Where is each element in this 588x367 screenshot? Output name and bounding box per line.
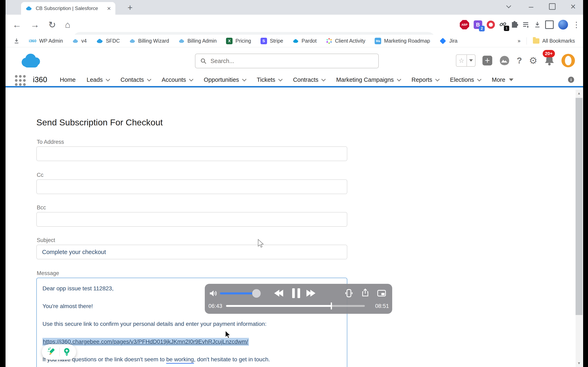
favorites-control[interactable]: ☆ bbox=[456, 54, 476, 67]
bookmark-jira[interactable]: Jira bbox=[439, 38, 457, 44]
restore-icon bbox=[549, 3, 555, 10]
all-bookmarks-button[interactable]: All Bookmarks bbox=[533, 38, 575, 44]
nav-tab-leads[interactable]: Leads bbox=[86, 76, 109, 83]
lightbulb-icon[interactable] bbox=[63, 347, 71, 357]
to-address-label: To Address bbox=[37, 139, 64, 145]
total-duration: 08:51 bbox=[375, 303, 389, 309]
picture-in-picture-icon[interactable] bbox=[377, 290, 386, 296]
bitwarden-extension-icon[interactable]: B2 bbox=[474, 20, 482, 29]
nav-tab-home[interactable]: Home bbox=[60, 76, 76, 83]
bookmark-stripe[interactable]: SStripe bbox=[260, 38, 283, 44]
side-panel-icon[interactable] bbox=[545, 20, 554, 29]
checkout-link[interactable]: https://i360.chargebee.com/pages/v3/PFHd… bbox=[43, 338, 249, 346]
grammar-suggestion-text[interactable]: be working bbox=[166, 356, 194, 364]
restore-button[interactable] bbox=[545, 0, 560, 13]
cloud-icon bbox=[178, 39, 185, 43]
vertical-scrollbar[interactable]: ▲ ▼ bbox=[576, 90, 582, 367]
link-extension-icon[interactable]: 1 bbox=[499, 21, 506, 29]
rewind-button[interactable] bbox=[274, 290, 283, 297]
tab-close-icon[interactable]: × bbox=[107, 5, 111, 12]
downloads-bookmark-icon[interactable] bbox=[14, 38, 19, 44]
cc-input[interactable] bbox=[36, 179, 347, 194]
playhead[interactable] bbox=[331, 302, 332, 309]
nav-tab-contracts[interactable]: Contracts bbox=[293, 76, 325, 83]
bookmarks-overflow-button[interactable]: » bbox=[518, 38, 520, 44]
message-line: Use this secure link to confirm your per… bbox=[43, 320, 341, 328]
pause-button[interactable] bbox=[292, 288, 300, 298]
salesforce-cloud-icon bbox=[96, 39, 103, 43]
home-button[interactable]: ⌂ bbox=[65, 20, 70, 30]
help-icon[interactable]: ? bbox=[517, 56, 522, 66]
global-search[interactable] bbox=[195, 54, 379, 68]
new-tab-button[interactable]: + bbox=[125, 3, 135, 13]
search-input[interactable] bbox=[210, 58, 373, 65]
bcc-input[interactable] bbox=[36, 212, 347, 227]
fast-forward-button[interactable] bbox=[306, 290, 315, 297]
blocker-extension-icon[interactable] bbox=[487, 21, 495, 29]
reload-button[interactable]: ↻ bbox=[48, 20, 56, 30]
trailhead-icon[interactable] bbox=[499, 55, 510, 66]
scroll-down-arrow[interactable]: ▼ bbox=[576, 360, 582, 367]
volume-knob[interactable] bbox=[252, 289, 261, 298]
tab-search-icon[interactable] bbox=[501, 0, 516, 13]
quick-create-button[interactable]: + bbox=[483, 56, 492, 66]
volume-slider[interactable] bbox=[220, 292, 257, 294]
subject-input[interactable] bbox=[36, 245, 347, 259]
nav-tab-contacts[interactable]: Contacts bbox=[121, 76, 150, 83]
notifications-button[interactable]: 20+ bbox=[544, 55, 554, 66]
favorite-star-icon[interactable]: ☆ bbox=[456, 55, 467, 66]
scrollbar-thumb[interactable] bbox=[576, 98, 582, 315]
app-launcher-icon[interactable] bbox=[15, 75, 25, 85]
nav-tab-elections[interactable]: Elections bbox=[450, 76, 481, 83]
nav-tab-reports[interactable]: Reports bbox=[412, 76, 439, 83]
nav-tab-opportunities[interactable]: Opportunities bbox=[204, 76, 246, 83]
pardot-cloud-icon bbox=[293, 39, 299, 43]
setup-gear-icon[interactable]: ⚙ bbox=[529, 55, 537, 66]
bookmark-pardot[interactable]: Pardot bbox=[293, 38, 317, 44]
nav-tab-tickets[interactable]: Tickets bbox=[257, 76, 282, 83]
browser-tab[interactable]: CB Subscription | Salesforce × bbox=[21, 2, 115, 15]
salesforce-favicon-icon bbox=[26, 6, 32, 11]
bookmark-sfdc[interactable]: SFDC bbox=[96, 38, 120, 44]
info-icon[interactable]: i bbox=[568, 77, 574, 83]
stripe-icon: S bbox=[260, 38, 267, 44]
profile-avatar[interactable] bbox=[558, 20, 568, 30]
bookmark-client-activity[interactable]: Client Activity bbox=[326, 38, 365, 44]
minimize-button[interactable]: – bbox=[524, 0, 538, 13]
seek-bar[interactable] bbox=[226, 305, 365, 307]
video-player-controls[interactable]: 06:43 08:51 bbox=[205, 284, 392, 314]
bcc-label: Bcc bbox=[37, 205, 46, 211]
bookmark-billing-wizard[interactable]: Billing Wizard bbox=[129, 38, 169, 44]
bookmark-v4[interactable]: v4 bbox=[72, 38, 86, 44]
forward-button[interactable]: → bbox=[30, 20, 39, 30]
app-name[interactable]: i360 bbox=[33, 75, 47, 84]
edit-pencil-icon[interactable] bbox=[47, 347, 57, 357]
nav-tab-accounts[interactable]: Accounts bbox=[162, 76, 193, 83]
download-icon[interactable] bbox=[534, 21, 541, 28]
cloud-icon bbox=[129, 39, 135, 43]
chevron-down-icon bbox=[397, 77, 401, 81]
volume-icon[interactable] bbox=[209, 290, 218, 297]
subject-label: Subject bbox=[37, 237, 55, 243]
nav-tab-more[interactable]: More bbox=[492, 76, 513, 83]
nav-tab-marketing-campaigns[interactable]: Marketing Campaigns bbox=[336, 76, 400, 83]
rotate-fit-icon[interactable] bbox=[345, 289, 353, 298]
salesforce-logo bbox=[19, 53, 42, 68]
bookmark-pricing[interactable]: XPricing bbox=[226, 38, 251, 44]
user-avatar[interactable] bbox=[562, 54, 575, 67]
browser-menu-icon[interactable]: ⋮ bbox=[572, 20, 580, 29]
to-address-input[interactable] bbox=[36, 146, 347, 161]
scroll-up-arrow[interactable]: ▲ bbox=[576, 90, 582, 97]
favorites-dropdown[interactable] bbox=[467, 55, 475, 66]
close-window-button[interactable]: × bbox=[566, 0, 580, 13]
share-icon[interactable] bbox=[362, 288, 369, 297]
adblock-extension-icon[interactable]: ABP bbox=[460, 20, 469, 29]
bookmark-marketing-roadmap[interactable]: MaMarketing Roadmap bbox=[375, 38, 430, 44]
bookmark-billing-admin[interactable]: Billing Admin bbox=[178, 38, 217, 44]
reading-list-icon[interactable] bbox=[523, 22, 530, 28]
grammarly-widget[interactable] bbox=[42, 344, 76, 360]
divider bbox=[60, 347, 60, 356]
extensions-puzzle-icon[interactable] bbox=[511, 21, 518, 28]
bookmark-wp-admin[interactable]: i360WP Admin bbox=[29, 38, 63, 44]
back-button[interactable]: ← bbox=[12, 20, 21, 30]
